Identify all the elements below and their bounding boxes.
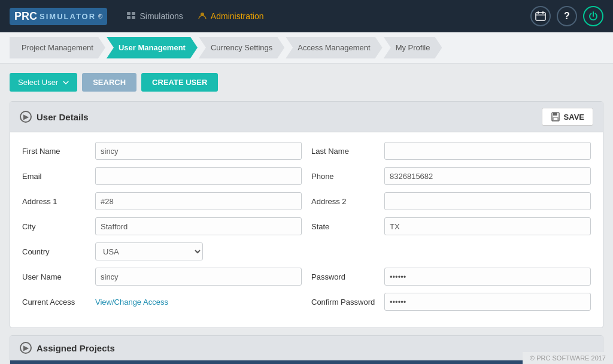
address2-input[interactable] <box>384 192 591 210</box>
confirm-password-label: Confirm Password <box>311 298 377 307</box>
col-user-access: USER ACCESS <box>366 360 484 364</box>
nav-simulations[interactable]: Simulations <box>126 11 183 21</box>
form-row-contact: Email Phone <box>22 167 591 185</box>
svg-rect-0 <box>127 12 131 15</box>
form-group-password: Password <box>311 268 591 286</box>
copyright-text: © PRC SOFTWARE 2017 <box>530 354 606 362</box>
state-input[interactable] <box>384 217 591 235</box>
tab-project-management[interactable]: Project Management <box>10 37 105 59</box>
svg-rect-3 <box>132 16 135 19</box>
calendar-icon <box>535 11 546 22</box>
tab-my-profile[interactable]: My Profile <box>384 37 442 59</box>
administration-icon <box>198 11 207 21</box>
confirm-password-input[interactable] <box>384 293 591 311</box>
email-input[interactable] <box>95 167 302 185</box>
assigned-projects-panel: ▶ Assigned Projects PROJECT NAME PROJECT… <box>10 335 603 364</box>
power-icon-button[interactable] <box>583 6 603 26</box>
svg-rect-11 <box>553 117 558 120</box>
password-input[interactable] <box>384 268 591 286</box>
nav-items: Simulations Administration <box>126 11 263 21</box>
header-left: PRC SIMULATOR ® Simulations Administrati… <box>10 8 264 25</box>
svg-rect-1 <box>132 12 135 15</box>
form-row-country: Country USA Canada Mexico Other <box>22 242 591 260</box>
power-icon <box>588 11 599 22</box>
form-row-address: Address 1 Address 2 <box>22 192 591 210</box>
user-details-panel: ▶ User Details SAVE First Name Last Name <box>10 101 603 328</box>
form-row-credentials: User Name Password <box>22 268 591 286</box>
tab-user-management[interactable]: User Management <box>107 37 198 59</box>
header-right: ? <box>530 6 603 26</box>
tab-currency-settings[interactable]: Currency Settings <box>199 37 284 59</box>
header: PRC SIMULATOR ® Simulations Administrati… <box>0 0 613 32</box>
first-name-label: First Name <box>22 147 88 156</box>
col-project-manager: PROJECT MANAGER <box>247 360 366 364</box>
address1-input[interactable] <box>95 192 302 210</box>
address1-label: Address 1 <box>22 197 88 206</box>
svg-rect-2 <box>127 16 131 19</box>
tab-my-profile-label: My Profile <box>396 43 430 52</box>
form-group-email: Email <box>22 167 302 185</box>
last-name-label: Last Name <box>311 147 377 156</box>
view-change-access-link[interactable]: View/Change Access <box>95 298 168 307</box>
collapse-icon[interactable]: ▶ <box>20 111 32 123</box>
form-group-address2: Address 2 <box>311 192 591 210</box>
form-group-state: State <box>311 217 591 235</box>
select-user-button[interactable]: Select User <box>10 73 77 92</box>
form-group-firstname: First Name <box>22 142 302 160</box>
form-group-country: Country USA Canada Mexico Other <box>22 242 302 260</box>
tab-access-management-label: Access Management <box>298 43 370 52</box>
phone-input[interactable] <box>384 167 591 185</box>
city-input[interactable] <box>95 217 302 235</box>
projects-table-header: PROJECT NAME PROJECT ID PROJECT MANAGER … <box>10 360 603 364</box>
assigned-projects-header: ▶ Assigned Projects <box>10 336 603 360</box>
nav-simulations-label: Simulations <box>139 11 183 21</box>
current-access-label: Current Access <box>22 298 88 307</box>
logo-prc-text: PRC <box>14 10 37 23</box>
country-select[interactable]: USA Canada Mexico Other <box>95 242 203 260</box>
email-label: Email <box>22 172 88 181</box>
form-row-access-confirm: Current Access View/Change Access Confir… <box>22 293 591 311</box>
form-row-name: First Name Last Name <box>22 142 591 160</box>
tabs-bar: Project Management User Management Curre… <box>0 32 613 63</box>
help-icon-button[interactable]: ? <box>557 6 577 26</box>
user-details-title-text: User Details <box>37 112 89 122</box>
tab-access-management[interactable]: Access Management <box>286 37 382 59</box>
form-row-city-state: City State <box>22 217 591 235</box>
simulations-icon <box>126 11 136 21</box>
create-user-button[interactable]: CREATE USER <box>141 73 218 92</box>
assigned-projects-title-text: Assigned Projects <box>37 343 115 353</box>
tab-currency-settings-label: Currency Settings <box>211 43 272 52</box>
save-icon <box>551 112 560 122</box>
user-details-title: ▶ User Details <box>20 111 89 123</box>
main-content: Select User SEARCH CREATE USER ▶ User De… <box>0 63 613 364</box>
address2-label: Address 2 <box>311 197 377 206</box>
form-group-lastname: Last Name <box>311 142 591 160</box>
assigned-collapse-icon[interactable]: ▶ <box>20 342 32 354</box>
search-label: SEARCH <box>93 78 126 87</box>
form-group-city: City <box>22 217 302 235</box>
last-name-input[interactable] <box>384 142 591 160</box>
tab-user-management-label: User Management <box>119 43 186 52</box>
password-label: Password <box>311 272 377 281</box>
calendar-icon-button[interactable] <box>530 6 551 26</box>
logo: PRC SIMULATOR ® <box>10 8 107 25</box>
logo-box: PRC SIMULATOR ® <box>10 8 107 25</box>
search-button[interactable]: SEARCH <box>82 73 136 92</box>
user-details-form: First Name Last Name Email Phone <box>10 132 603 327</box>
form-group-address1: Address 1 <box>22 192 302 210</box>
form-group-confirm-password: Confirm Password <box>311 293 591 311</box>
username-label: User Name <box>22 272 88 281</box>
col-project-id: PROJECT ID <box>129 360 247 364</box>
col-project-name: PROJECT NAME <box>10 360 129 364</box>
save-button[interactable]: SAVE <box>542 108 593 126</box>
toolbar: Select User SEARCH CREATE USER <box>10 73 603 92</box>
form-group-username: User Name <box>22 268 302 286</box>
first-name-input[interactable] <box>95 142 302 160</box>
nav-administration[interactable]: Administration <box>198 11 264 21</box>
nav-administration-label: Administration <box>211 11 264 21</box>
create-user-label: CREATE USER <box>152 78 207 87</box>
dropdown-chevron-icon <box>63 80 69 86</box>
user-details-header: ▶ User Details SAVE <box>10 102 603 132</box>
username-input[interactable] <box>95 268 302 286</box>
city-label: City <box>22 222 88 231</box>
